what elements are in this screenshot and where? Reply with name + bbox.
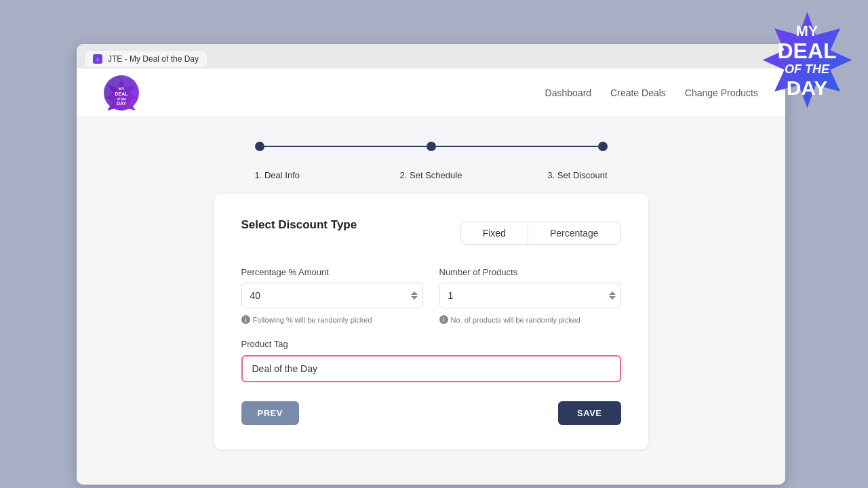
steps-wrapper: 1. Deal Info 2. Set Schedule 3. Set Disc…	[77, 117, 785, 180]
step-label-1: 1. Deal Info	[255, 170, 336, 180]
nav-create-deals[interactable]: Create Deals	[610, 87, 666, 98]
step-dot-2	[427, 142, 436, 151]
toggle-percentage[interactable]: Percentage	[528, 222, 620, 244]
browser-window: J JTE - My Deal of the Day	[77, 44, 785, 485]
svg-text:DAY: DAY	[117, 101, 126, 106]
deal-badge: MY DEAL of the DAY	[753, 7, 861, 115]
percentage-amount-wrapper	[241, 283, 423, 308]
info-icon-products: i	[439, 315, 448, 324]
number-of-products-input[interactable]	[439, 283, 621, 308]
svg-text:J: J	[97, 58, 99, 62]
page-content: MY DEAL of the DAY Dashboard Create Deal…	[77, 68, 785, 485]
step-dot-1	[255, 142, 264, 151]
products-helper: i No. of products will be randomly picke…	[439, 315, 621, 324]
discount-type-row: Select Discount Type Fixed Percentage	[241, 218, 621, 248]
form-card: Select Discount Type Fixed Percentage Pe…	[214, 194, 648, 449]
spinner-down-products[interactable]	[609, 296, 616, 300]
discount-toggle-group: Fixed Percentage	[460, 222, 621, 245]
percentage-amount-label: Percentage % Amount	[241, 267, 423, 277]
step-label-3: 3. Set Discount	[526, 170, 608, 180]
badge-text: MY DEAL of the DAY	[777, 23, 836, 99]
logo-area: MY DEAL of the DAY	[104, 75, 139, 110]
nav-dashboard[interactable]: Dashboard	[545, 87, 592, 98]
percentage-amount-spinner[interactable]	[411, 291, 418, 300]
action-row: PREV SAVE	[241, 401, 621, 425]
logo-badge: MY DEAL of the DAY	[104, 75, 139, 110]
spinner-up-products[interactable]	[609, 291, 616, 295]
save-button[interactable]: SAVE	[558, 401, 620, 425]
step-line-2	[436, 146, 598, 147]
form-grid: Percentage % Amount i Following % will b…	[241, 267, 621, 324]
percentage-helper: i Following % will be randomly picked	[241, 315, 423, 324]
step-label-2: 2. Set Schedule	[391, 170, 472, 180]
spinner-down-percentage[interactable]	[411, 296, 418, 300]
number-of-products-spinner[interactable]	[609, 291, 616, 300]
number-of-products-group: Number of Products i No. of products wil…	[439, 267, 621, 324]
svg-text:DEAL: DEAL	[115, 92, 128, 96]
tab-title: JTE - My Deal of the Day	[108, 54, 199, 64]
info-icon-percentage: i	[241, 315, 250, 324]
site-header: MY DEAL of the DAY Dashboard Create Deal…	[77, 68, 785, 117]
percentage-amount-group: Percentage % Amount i Following % will b…	[241, 267, 423, 324]
nav-change-products[interactable]: Change Products	[685, 87, 758, 98]
number-of-products-label: Number of Products	[439, 267, 621, 277]
step-dot-3	[598, 142, 608, 151]
tab-favicon: J	[93, 54, 102, 64]
tab-bar: J JTE - My Deal of the Day	[77, 44, 785, 68]
number-of-products-wrapper	[439, 283, 621, 308]
toggle-fixed[interactable]: Fixed	[461, 222, 528, 244]
step-progress	[255, 117, 608, 165]
product-tag-label: Product Tag	[241, 339, 288, 349]
step-labels: 1. Deal Info 2. Set Schedule 3. Set Disc…	[255, 165, 608, 180]
svg-text:MY: MY	[119, 87, 125, 91]
product-tag-section: Product Tag	[241, 338, 621, 382]
step-line-container	[255, 142, 608, 151]
percentage-amount-input[interactable]	[241, 283, 423, 308]
prev-button[interactable]: PREV	[241, 401, 299, 425]
product-tag-input[interactable]	[241, 355, 621, 382]
spinner-up-percentage[interactable]	[411, 291, 418, 295]
step-line-1	[264, 146, 427, 147]
section-title: Select Discount Type	[241, 218, 357, 232]
nav-links: Dashboard Create Deals Change Products	[545, 87, 758, 98]
browser-tab[interactable]: J JTE - My Deal of the Day	[85, 51, 207, 67]
